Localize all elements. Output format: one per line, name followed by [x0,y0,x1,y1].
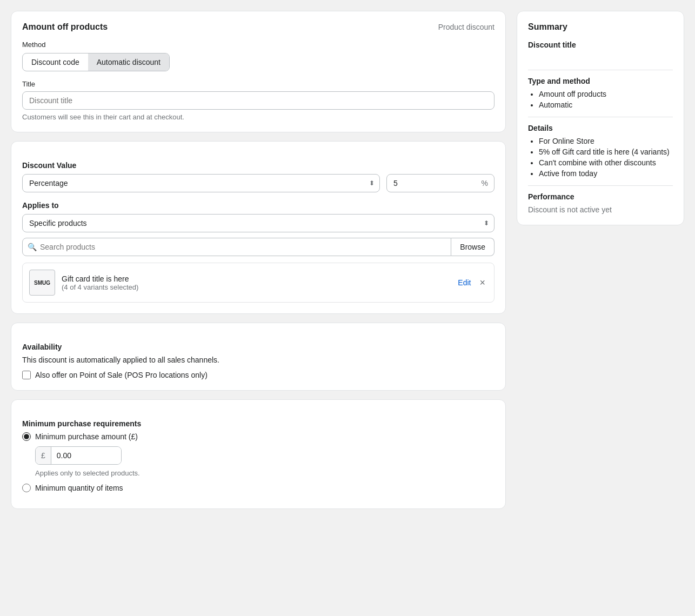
discount-title-label: Discount title [528,41,673,49]
details-item-3: Active from today [539,169,673,178]
card-title: Amount off products [22,22,108,32]
type-select-wrapper: Percentage Fixed amount ⬍ [22,174,380,192]
details-item-2: Can't combine with other discounts [539,158,673,167]
min-quantity-radio-row: Minimum quantity of items [22,484,494,492]
discount-code-btn[interactable]: Discount code [23,53,88,71]
type-method-item-1: Automatic [539,101,673,109]
details-item-1: 5% off Gift card title is here (4 varian… [539,148,673,156]
product-thumbnail: SMUG [29,270,55,296]
details-list: For Online Store 5% off Gift card title … [528,137,673,178]
applies-hint: Applies only to selected products. [35,469,494,477]
discount-value-title: Discount Value [22,161,494,170]
currency-symbol: £ [36,447,51,464]
discount-value-row: Percentage Fixed amount ⬍ % [22,174,494,192]
type-method-list: Amount off products Automatic [528,90,673,109]
discount-title-value [528,53,673,62]
summary-divider-1 [528,70,673,70]
summary-title: Summary [528,22,673,32]
product-item: SMUG Gift card title is here (4 of 4 var… [22,263,494,303]
pos-checkbox-row: Also offer on Point of Sale (POS Pro loc… [22,371,494,379]
min-amount-radio-row: Minimum purchase amount (£) [22,432,494,441]
product-variants: (4 of 4 variants selected) [62,283,451,291]
availability-card: Availability This discount is automatica… [11,323,506,391]
percent-input-wrap: % [386,174,494,192]
title-field-label: Title [22,80,494,88]
remove-product-button[interactable]: × [477,278,487,287]
availability-description: This discount is automatically applied t… [22,356,494,364]
min-quantity-label: Minimum quantity of items [35,484,123,492]
product-info: Gift card title is here (4 of 4 variants… [62,274,451,291]
details-item-0: For Online Store [539,137,673,145]
search-wrap: 🔍 Browse [22,238,494,256]
edit-product-link[interactable]: Edit [458,278,471,287]
method-label: Method [22,41,494,49]
discount-value-input[interactable] [386,174,494,192]
performance-text: Discount is not active yet [528,205,673,214]
product-name: Gift card title is here [62,274,451,283]
summary-divider-3 [528,185,673,186]
amount-off-card: Amount off products Product discount Met… [11,11,506,132]
title-hint: Customers will see this in their cart an… [22,113,494,121]
type-select[interactable]: Percentage Fixed amount [22,174,380,192]
summary-column: Summary Discount title Type and method A… [517,11,684,509]
details-label: Details [528,124,673,132]
percent-symbol: % [482,179,488,188]
applies-to-title: Applies to [22,201,494,210]
discount-value-card: Discount Value Percentage Fixed amount ⬍… [11,141,506,314]
pos-checkbox[interactable] [22,371,31,379]
min-amount-label: Minimum purchase amount (£) [35,432,138,441]
automatic-discount-btn[interactable]: Automatic discount [88,53,169,71]
min-purchase-card: Minimum purchase requirements Minimum pu… [11,399,506,509]
min-amount-radio[interactable] [22,432,31,441]
search-icon: 🔍 [28,243,37,251]
availability-title: Availability [22,343,494,351]
summary-card: Summary Discount title Type and method A… [517,11,684,225]
search-products-input[interactable] [22,238,451,256]
applies-to-select[interactable]: Specific products All products Specific … [22,214,494,232]
min-purchase-title: Minimum purchase requirements [22,419,494,428]
summary-divider-2 [528,117,673,117]
type-method-label: Type and method [528,77,673,85]
applies-to-select-wrapper: Specific products All products Specific … [22,214,494,232]
performance-label: Performance [528,192,673,201]
card-subtitle: Product discount [438,23,494,31]
pos-checkbox-label: Also offer on Point of Sale (POS Pro loc… [35,371,208,379]
method-toggle: Discount code Automatic discount [22,53,170,71]
min-quantity-radio[interactable] [22,484,31,492]
discount-title-input[interactable] [22,91,494,110]
card-header: Amount off products Product discount [22,22,494,32]
browse-button[interactable]: Browse [451,238,494,256]
min-amount-input[interactable] [51,447,122,464]
currency-input-wrap: £ [35,446,122,465]
type-method-item-0: Amount off products [539,90,673,98]
